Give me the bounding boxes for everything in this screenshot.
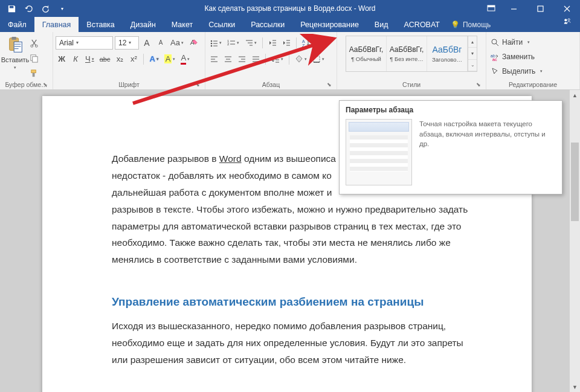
line-spacing-icon[interactable] <box>269 53 285 66</box>
svg-text:ac: ac <box>492 57 497 61</box>
pilcrow-icon[interactable]: ¶ <box>314 36 326 50</box>
group-clipboard: Вставить ▾ Буфер обме…⬊ <box>0 32 53 89</box>
qat-customize-icon[interactable]: ▾ <box>57 3 68 14</box>
scroll-thumb[interactable] <box>571 143 579 221</box>
svg-rect-52 <box>314 56 320 62</box>
bold-button[interactable]: Ж <box>56 53 68 66</box>
replace-button[interactable]: abacЗаменить <box>491 50 546 63</box>
title-bar: ▾ Как сделать разрыв страницы в Ворде.do… <box>0 0 580 17</box>
maximize-button[interactable] <box>527 0 553 17</box>
underline-button[interactable]: Ч <box>83 53 96 66</box>
justify-icon[interactable] <box>250 53 262 66</box>
svg-point-18 <box>211 42 213 44</box>
svg-rect-1 <box>488 5 495 7</box>
styles-gallery[interactable]: АаБбВвГг,¶ Обычный АаБбВвГг,¶ Без инте… … <box>346 36 477 72</box>
svg-point-16 <box>211 40 213 42</box>
tab-acrobat[interactable]: ACROBAT <box>396 17 448 32</box>
styles-launcher-icon[interactable]: ⬊ <box>475 81 482 88</box>
svg-rect-14 <box>33 72 35 77</box>
ribbon-display-icon[interactable] <box>482 0 500 17</box>
format-painter-icon[interactable] <box>28 66 40 80</box>
vertical-scrollbar[interactable]: ▲ ▼ <box>570 90 580 392</box>
paste-button[interactable]: Вставить ▾ <box>2 34 28 70</box>
multilevel-icon[interactable] <box>243 36 259 50</box>
borders-icon[interactable] <box>311 53 326 66</box>
font-name-combo[interactable]: Arial▾ <box>56 36 113 50</box>
ribbon: Вставить ▾ Буфер обме…⬊ Arial▾ 12▾ A A A… <box>0 32 580 90</box>
numbering-icon[interactable]: 12 <box>225 36 241 50</box>
svg-text:A: A <box>302 39 305 43</box>
bullets-icon[interactable] <box>208 36 224 50</box>
strike-button[interactable]: abc <box>98 53 112 66</box>
svg-point-4 <box>564 19 567 21</box>
tab-references[interactable]: Ссылки <box>201 17 243 32</box>
grow-font-icon[interactable]: A <box>141 36 153 50</box>
tooltip-preview-icon <box>346 119 412 185</box>
svg-point-20 <box>211 45 213 47</box>
tell-me[interactable]: 💡Помощь <box>451 17 491 32</box>
svg-rect-7 <box>11 37 16 40</box>
svg-rect-13 <box>31 69 36 72</box>
font-color-icon[interactable]: A <box>179 53 192 66</box>
sort-icon[interactable]: AZ <box>300 36 312 50</box>
shrink-font-icon[interactable]: A <box>155 36 167 50</box>
replace-icon: abac <box>491 53 499 61</box>
tab-home[interactable]: Главная <box>34 17 79 32</box>
heading: Управление автоматическим разбиением на … <box>112 295 480 309</box>
svg-text:Z: Z <box>302 43 305 47</box>
scroll-down-icon[interactable]: ▼ <box>570 382 580 392</box>
tab-layout[interactable]: Макет <box>164 17 201 32</box>
svg-point-5 <box>568 19 570 21</box>
subscript-button[interactable]: x₂ <box>114 53 126 66</box>
align-center-icon[interactable] <box>222 53 234 66</box>
style-heading1[interactable]: АаБбВгЗаголово… <box>427 36 468 71</box>
paste-icon <box>6 36 24 54</box>
close-button[interactable] <box>553 0 580 17</box>
minimize-button[interactable] <box>500 0 527 17</box>
align-right-icon[interactable] <box>236 53 248 66</box>
tab-view[interactable]: Вид <box>367 17 396 32</box>
svg-line-55 <box>496 43 498 46</box>
tab-file[interactable]: Файл <box>0 17 34 32</box>
clipboard-launcher-icon[interactable]: ⬊ <box>42 81 49 88</box>
window-title: Как сделать разрыв страницы в Ворде.docx… <box>204 4 375 13</box>
highlight-icon[interactable]: A <box>163 53 178 66</box>
superscript-button[interactable]: x² <box>127 53 140 66</box>
lightbulb-icon: 💡 <box>451 21 460 29</box>
style-no-spacing[interactable]: АаБбВвГг,¶ Без инте… <box>387 36 427 71</box>
text-effects-icon[interactable]: A <box>147 53 160 66</box>
align-left-icon[interactable] <box>208 53 220 66</box>
group-font: Arial▾ 12▾ A A Aa A Ж К Ч abc x₂ x² A A … <box>53 32 205 89</box>
change-case-icon[interactable]: Aa <box>169 36 185 50</box>
decrease-indent-icon[interactable] <box>266 36 279 50</box>
redo-icon[interactable] <box>40 3 51 14</box>
svg-point-54 <box>492 39 497 44</box>
italic-button[interactable]: К <box>69 53 82 66</box>
tab-review[interactable]: Рецензирование <box>292 17 367 32</box>
increase-indent-icon[interactable] <box>280 36 292 50</box>
ribbon-tabs: Файл Главная Вставка Дизайн Макет Ссылки… <box>0 17 580 32</box>
group-paragraph: 12 AZ ¶ Абзац⬊ <box>205 32 337 89</box>
clear-format-icon[interactable]: A <box>187 36 200 50</box>
save-icon[interactable] <box>6 3 17 14</box>
paragraph-settings-tooltip: Параметры абзаца Точная настройка макета… <box>339 100 562 194</box>
share-button[interactable] <box>563 17 572 25</box>
tab-insert[interactable]: Вставка <box>79 17 122 32</box>
style-normal[interactable]: АаБбВвГг,¶ Обычный <box>346 36 387 71</box>
paragraph-launcher-icon[interactable]: ⬊ <box>326 81 333 88</box>
group-styles: АаБбВвГг,¶ Обычный АаБбВвГг,¶ Без инте… … <box>337 32 486 89</box>
search-icon <box>491 38 499 47</box>
group-editing: Найти▾ abacЗаменить Выделить▾ Редактиров… <box>486 32 580 89</box>
find-button[interactable]: Найти▾ <box>491 36 546 49</box>
styles-scroll[interactable]: ▴▾⌄ <box>468 36 477 71</box>
select-button[interactable]: Выделить▾ <box>491 65 546 78</box>
font-size-combo[interactable]: 12▾ <box>115 36 139 50</box>
shading-icon[interactable] <box>293 53 309 66</box>
cut-icon[interactable] <box>28 36 40 50</box>
copy-icon[interactable] <box>28 51 40 65</box>
undo-icon[interactable] <box>23 3 34 14</box>
font-launcher-icon[interactable]: ⬊ <box>194 81 201 88</box>
tab-mailings[interactable]: Рассылки <box>243 17 292 32</box>
scroll-up-icon[interactable]: ▲ <box>570 90 580 100</box>
tab-design[interactable]: Дизайн <box>123 17 164 32</box>
